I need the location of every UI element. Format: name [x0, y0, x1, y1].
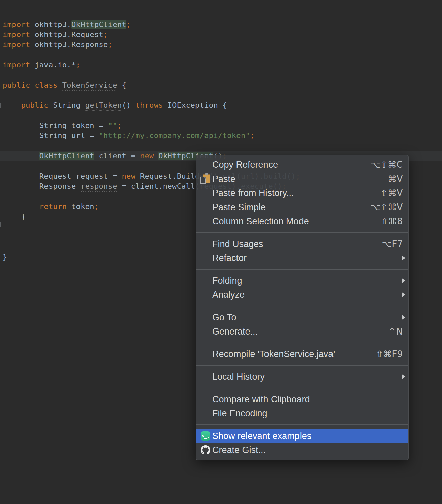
icon-spacer — [200, 349, 212, 359]
menu-separator — [196, 232, 408, 233]
code-line: String url = "http://my.company.com/api/… — [3, 131, 301, 141]
code-line: import okhttp3.OkHttpClient; — [3, 20, 301, 30]
icon-spacer — [200, 326, 212, 337]
menu-item-label: Find Usages — [212, 239, 263, 249]
menu-item-show-relevant-examples[interactable]: >_.Show relevant examples — [196, 429, 408, 443]
clipboard-icon — [200, 174, 212, 184]
menu-separator — [196, 424, 408, 425]
menu-item-shortcut: ⇧⌘F9 — [376, 349, 403, 359]
menu-separator — [196, 269, 408, 270]
menu-item-paste-simple[interactable]: Paste Simple⌥⇧⌘V — [196, 200, 408, 214]
menu-item-label: Paste from History... — [212, 188, 294, 198]
icon-spacer — [200, 188, 212, 198]
menu-item-shortcut: ^N — [389, 326, 403, 337]
icon-spacer — [200, 394, 212, 405]
fold-marker — [0, 222, 1, 227]
menu-item-folding[interactable]: Folding — [196, 274, 408, 288]
menu-item-column-selection-mode[interactable]: Column Selection Mode⇧⌘8 — [196, 214, 408, 228]
fold-marker — [0, 103, 1, 108]
terminal-icon: >_. — [200, 431, 212, 441]
menu-item-label: Show relevant examples — [212, 431, 311, 441]
menu-item-label: Recompile 'TokenService.java' — [212, 349, 335, 359]
menu-item-file-encoding[interactable]: File Encoding — [196, 406, 408, 420]
menu-item-local-history[interactable]: Local History — [196, 370, 408, 384]
context-menu: Copy Reference⌥⇧⌘CPaste⌘VPaste from Hist… — [196, 155, 409, 460]
code-line: import okhttp3.Request; — [3, 30, 301, 40]
menu-item-label: Folding — [212, 276, 242, 286]
submenu-arrow-icon — [402, 278, 405, 283]
menu-item-copy-reference[interactable]: Copy Reference⌥⇧⌘C — [196, 158, 408, 172]
code-line: import okhttp3.Response; — [3, 40, 301, 50]
submenu-arrow-icon — [402, 292, 405, 297]
menu-item-shortcut: ⌥F7 — [382, 239, 403, 249]
menu-item-label: Column Selection Mode — [212, 216, 309, 227]
menu-item-label: Refactor — [212, 253, 247, 263]
editor-screen: import okhttp3.OkHttpClient;import okhtt… — [0, 0, 442, 504]
code-line: String token = ""; — [3, 121, 301, 131]
submenu-arrow-icon — [402, 374, 405, 379]
menu-item-paste-from-history[interactable]: Paste from History...⇧⌘V — [196, 186, 408, 200]
code-line — [3, 70, 301, 80]
menu-item-find-usages[interactable]: Find Usages⌥F7 — [196, 237, 408, 251]
icon-spacer — [200, 289, 212, 300]
menu-item-generate[interactable]: Generate...^N — [196, 324, 408, 339]
icon-spacer — [200, 216, 212, 227]
menu-item-compare-with-clipboard[interactable]: Compare with Clipboard — [196, 392, 408, 406]
icon-spacer — [200, 202, 212, 213]
code-line — [3, 90, 301, 100]
menu-item-label: Paste — [212, 174, 235, 184]
icon-spacer — [200, 371, 212, 382]
menu-item-label: Generate... — [212, 326, 258, 337]
code-line — [3, 50, 301, 60]
menu-separator — [196, 388, 408, 388]
menu-item-label: Copy Reference — [212, 160, 278, 170]
menu-item-recompile[interactable]: Recompile 'TokenService.java'⇧⌘F9 — [196, 347, 408, 361]
menu-item-paste[interactable]: Paste⌘V — [196, 172, 408, 186]
menu-separator — [196, 343, 408, 343]
icon-spacer — [200, 312, 212, 323]
menu-item-go-to[interactable]: Go To — [196, 310, 408, 324]
submenu-arrow-icon — [402, 255, 405, 261]
icon-spacer — [200, 239, 212, 249]
submenu-arrow-icon — [402, 315, 405, 320]
menu-item-analyze[interactable]: Analyze — [196, 288, 408, 302]
code-line: import java.io.*; — [3, 60, 301, 70]
icon-spacer — [200, 408, 212, 419]
menu-item-create-gist[interactable]: Create Gist... — [196, 443, 408, 457]
menu-item-label: Paste Simple — [212, 202, 266, 213]
icon-spacer — [200, 275, 212, 286]
menu-item-label: File Encoding — [212, 408, 267, 419]
menu-item-label: Compare with Clipboard — [212, 394, 310, 405]
icon-spacer — [200, 253, 212, 263]
code-line: public class TokenService { — [3, 80, 301, 90]
code-line — [3, 141, 301, 151]
menu-separator — [196, 365, 408, 366]
menu-item-shortcut: ⇧⌘V — [380, 188, 403, 198]
icon-spacer — [200, 159, 212, 170]
menu-item-label: Create Gist... — [212, 445, 266, 455]
code-line: public String getToken() throws IOExcept… — [3, 100, 301, 111]
github-icon — [200, 445, 212, 455]
code-line — [3, 111, 301, 121]
menu-item-shortcut: ⌘V — [388, 174, 403, 184]
menu-item-shortcut: ⇧⌘8 — [381, 216, 403, 226]
menu-item-refactor[interactable]: Refactor — [196, 251, 408, 265]
menu-item-label: Go To — [212, 312, 236, 323]
menu-item-shortcut: ⌥⇧⌘V — [370, 202, 403, 212]
menu-item-shortcut: ⌥⇧⌘C — [370, 160, 403, 170]
menu-item-label: Analyze — [212, 290, 245, 300]
menu-separator — [196, 306, 408, 306]
menu-item-label: Local History — [212, 372, 265, 382]
